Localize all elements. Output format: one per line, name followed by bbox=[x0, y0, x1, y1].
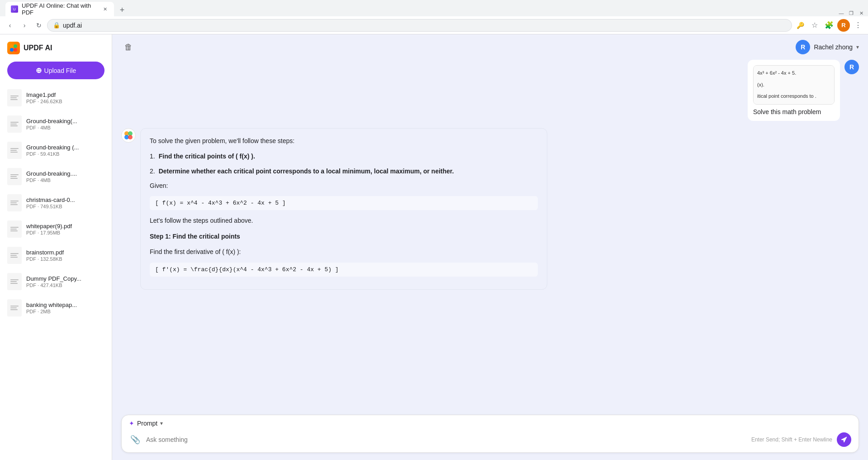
ai-message: To solve the given problem, we'll follow… bbox=[121, 128, 859, 290]
file-item-6[interactable]: brainstorm.pdf PDF · 132.58KB bbox=[0, 242, 112, 268]
input-box: ✦ Prompt ▾ 📎 Enter Send; Shift + Enter N… bbox=[121, 415, 859, 453]
tab-close-button[interactable]: ✕ bbox=[102, 5, 109, 13]
file-icon-7 bbox=[7, 273, 22, 290]
new-tab-button[interactable]: + bbox=[116, 4, 128, 16]
file-meta-1: PDF · 4MB bbox=[26, 125, 104, 130]
input-area: ✦ Prompt ▾ 📎 Enter Send; Shift + Enter N… bbox=[112, 411, 868, 460]
file-name-2: Ground-breaking (... bbox=[26, 144, 104, 151]
ai-transition: Let's follow the steps outlined above. bbox=[150, 216, 538, 225]
upload-file-button[interactable]: ⊕ Upload File bbox=[7, 62, 104, 79]
ai-given-label: Given: bbox=[150, 181, 538, 191]
given-formula: [ f(x) = x^4 - 4x^3 + 6x^2 - 4x + 5 ] bbox=[150, 196, 538, 210]
send-button[interactable] bbox=[837, 432, 851, 447]
svg-point-2 bbox=[10, 48, 14, 52]
maximize-button[interactable]: ❐ bbox=[848, 10, 854, 16]
file-name-4: christmas-card-0... bbox=[26, 196, 104, 203]
file-name-3: Ground-breaking.... bbox=[26, 170, 104, 177]
input-row: 📎 Enter Send; Shift + Enter Newline bbox=[122, 430, 859, 452]
lock-icon: 🔒 bbox=[53, 22, 60, 29]
reload-button[interactable]: ↻ bbox=[33, 19, 45, 32]
user-info[interactable]: R Rachel zhong ▾ bbox=[796, 40, 859, 54]
file-info-4: christmas-card-0... PDF · 749.51KB bbox=[26, 196, 104, 209]
file-icon-4 bbox=[7, 194, 22, 211]
file-list: Image1.pdf PDF · 246.62KB Ground-breakin… bbox=[0, 83, 112, 460]
active-tab[interactable]: U UPDF AI Online: Chat with PDF ✕ bbox=[5, 2, 114, 16]
file-info-5: whitepaper(9).pdf PDF · 17.95MB bbox=[26, 223, 104, 235]
file-meta-0: PDF · 246.62KB bbox=[26, 99, 104, 104]
minimize-button[interactable]: — bbox=[838, 10, 844, 16]
file-item-8[interactable]: banking whitepap... PDF · 2MB bbox=[0, 295, 112, 321]
file-name-1: Ground-breaking(... bbox=[26, 118, 104, 125]
user-chevron-icon: ▾ bbox=[856, 44, 859, 50]
file-item-2[interactable]: Ground-breaking (... PDF · 59.41KB bbox=[0, 137, 112, 163]
toolbar-icons: 🔑 ☆ 🧩 R ⋮ bbox=[794, 19, 864, 32]
file-icon-6 bbox=[7, 247, 22, 264]
step1-text: Find the critical points of ( f(x) ). bbox=[159, 151, 255, 161]
forward-button[interactable]: › bbox=[18, 19, 31, 32]
close-button[interactable]: ✕ bbox=[858, 10, 864, 16]
tab-bar: U UPDF AI Online: Chat with PDF ✕ + — ❐ … bbox=[0, 0, 868, 16]
bookmark-icon[interactable]: ☆ bbox=[808, 19, 821, 32]
svg-point-0 bbox=[10, 44, 14, 48]
prompt-sparkle-icon: ✦ bbox=[129, 420, 134, 427]
ai-step-1-item: 1. Find the critical points of ( f(x) ). bbox=[150, 151, 538, 161]
step1-body: Find the first derivative of ( f(x) ): bbox=[150, 247, 538, 257]
main-content: 🗑 R Rachel zhong ▾ 4x³ + 6x² - 4x + 5. (… bbox=[112, 34, 868, 460]
svg-point-3 bbox=[14, 48, 17, 52]
pdf-preview-content: 4x³ + 6x² - 4x + 5. (x). itical point co… bbox=[754, 66, 834, 104]
user-message-text: Solve this math problem bbox=[753, 108, 835, 115]
file-item-5[interactable]: whitepaper(9).pdf PDF · 17.95MB bbox=[0, 216, 112, 242]
step1-header: Step 1: Find the critical points bbox=[150, 231, 538, 241]
ai-avatar bbox=[121, 128, 136, 143]
file-icon-1 bbox=[7, 115, 22, 133]
file-info-6: brainstorm.pdf PDF · 132.58KB bbox=[26, 249, 104, 262]
pdf-line-2: (x). bbox=[757, 81, 830, 89]
svg-point-1 bbox=[14, 44, 17, 48]
profile-icon[interactable]: R bbox=[837, 19, 850, 32]
file-item-3[interactable]: Ground-breaking.... PDF · 4MB bbox=[0, 163, 112, 190]
file-name-7: Dummy PDF_Copy... bbox=[26, 275, 104, 282]
user-avatar-chat: R bbox=[844, 60, 859, 74]
back-button[interactable]: ‹ bbox=[4, 19, 16, 32]
file-item-7[interactable]: Dummy PDF_Copy... PDF · 427.41KB bbox=[0, 268, 112, 295]
file-info-7: Dummy PDF_Copy... PDF · 427.41KB bbox=[26, 275, 104, 288]
upload-plus-icon: ⊕ bbox=[36, 66, 42, 75]
app-container: UPDF AI ⊕ Upload File Image1.pdf PDF · 2… bbox=[0, 34, 868, 460]
extensions-icon[interactable]: 🧩 bbox=[823, 19, 835, 32]
file-info-2: Ground-breaking (... PDF · 59.41KB bbox=[26, 144, 104, 157]
file-name-8: banking whitepap... bbox=[26, 302, 104, 308]
file-item-0[interactable]: Image1.pdf PDF · 246.62KB bbox=[0, 85, 112, 111]
file-meta-6: PDF · 132.58KB bbox=[26, 256, 104, 262]
ai-intro: To solve the given problem, we'll follow… bbox=[150, 136, 538, 146]
file-meta-7: PDF · 427.41KB bbox=[26, 283, 104, 288]
file-info-8: banking whitepap... PDF · 2MB bbox=[26, 302, 104, 314]
file-icon-5 bbox=[7, 220, 22, 238]
input-hint: Enter Send; Shift + Enter Newline bbox=[751, 436, 832, 443]
file-icon-8 bbox=[7, 299, 22, 316]
chat-area: 4x³ + 6x² - 4x + 5. (x). itical point co… bbox=[112, 60, 868, 411]
sidebar: UPDF AI ⊕ Upload File Image1.pdf PDF · 2… bbox=[0, 34, 112, 460]
user-message-content: 4x³ + 6x² - 4x + 5. (x). itical point co… bbox=[748, 60, 840, 121]
chat-input[interactable] bbox=[146, 436, 747, 443]
pdf-line-3: itical point corresponds to . bbox=[757, 92, 830, 101]
menu-icon[interactable]: ⋮ bbox=[852, 19, 864, 32]
sidebar-title: UPDF AI bbox=[24, 44, 52, 52]
prompt-toolbar: ✦ Prompt ▾ bbox=[122, 415, 859, 430]
password-manager-icon[interactable]: 🔑 bbox=[794, 19, 806, 32]
user-name: Rachel zhong bbox=[814, 43, 853, 51]
upload-label: Upload File bbox=[44, 67, 76, 74]
derivative-formula: [ f'(x) = \frac{d}{dx}(x^4 - 4x^3 + 6x^2… bbox=[150, 263, 538, 277]
address-bar[interactable]: 🔒 updf.ai bbox=[47, 19, 792, 32]
file-meta-8: PDF · 2MB bbox=[26, 309, 104, 314]
attach-button[interactable]: 📎 bbox=[129, 433, 142, 446]
file-item-1[interactable]: Ground-breaking(... PDF · 4MB bbox=[0, 111, 112, 137]
step2-number: 2. bbox=[150, 166, 155, 176]
file-meta-5: PDF · 17.95MB bbox=[26, 230, 104, 235]
delete-button[interactable]: 🗑 bbox=[121, 40, 136, 54]
file-name-6: brainstorm.pdf bbox=[26, 249, 104, 256]
file-info-1: Ground-breaking(... PDF · 4MB bbox=[26, 118, 104, 130]
file-item-4[interactable]: christmas-card-0... PDF · 749.51KB bbox=[0, 190, 112, 216]
pdf-line-1: 4x³ + 6x² - 4x + 5. bbox=[757, 69, 830, 77]
file-icon-2 bbox=[7, 142, 22, 159]
file-icon-3 bbox=[7, 168, 22, 185]
